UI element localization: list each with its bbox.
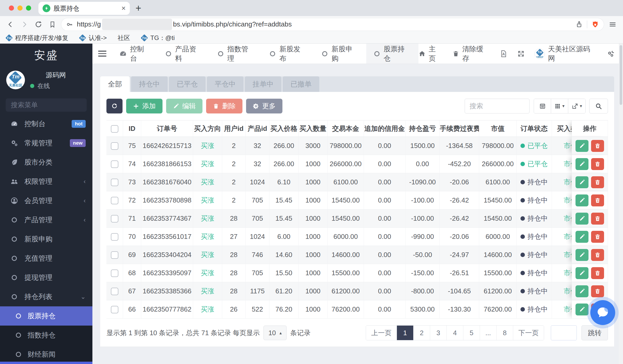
browser-menu-icon[interactable] [607, 19, 618, 30]
row-checkbox[interactable] [111, 251, 118, 259]
sidebar-subitem-指数持仓[interactable]: 指数持仓 [0, 326, 92, 345]
scrollbar-thumb[interactable] [620, 45, 622, 105]
search-button[interactable] [589, 99, 608, 113]
detail-view-button[interactable] [534, 99, 551, 113]
row-checkbox[interactable] [111, 160, 118, 168]
page-size-select[interactable]: 10 ▴ [263, 326, 287, 340]
edit-button[interactable]: 编辑 [166, 99, 202, 113]
status-tab-全部[interactable]: 全部 [100, 76, 130, 92]
maximize-window-button[interactable] [26, 5, 31, 11]
sidebar-search-input[interactable] [11, 101, 92, 109]
sidebar-item-充值管理[interactable]: 充值管理 [0, 249, 92, 268]
nav-tab-产品资料[interactable]: 产品资料 [158, 44, 210, 64]
sidebar-item-持仓列表[interactable]: 持仓列表⌄ [0, 287, 92, 306]
bookmark-item[interactable]: 社区 [118, 34, 130, 42]
nav-tab-控制台[interactable]: 控制台 [112, 44, 158, 64]
columns-dropdown-button[interactable]: ▾ [551, 99, 568, 113]
translate-button[interactable]: A [500, 50, 507, 58]
row-edit-button[interactable] [575, 176, 588, 188]
sidebar-item-股市分类[interactable]: 股市分类 [0, 153, 92, 172]
row-edit-button[interactable] [575, 231, 588, 243]
row-checkbox[interactable] [111, 269, 118, 277]
row-delete-button[interactable] [591, 285, 604, 297]
row-delete-button[interactable] [591, 140, 604, 152]
account-menu[interactable]: Tm天美社区 天美社区源码网 [534, 44, 597, 63]
row-delete-button[interactable] [591, 176, 604, 188]
page-button-1[interactable]: 1 [397, 326, 414, 340]
page-button-3[interactable]: 3 [430, 326, 447, 340]
export-dropdown-button[interactable]: ▾ [568, 99, 585, 113]
row-checkbox[interactable] [111, 215, 118, 223]
status-tab-已撤单[interactable]: 已撤单 [283, 76, 319, 92]
back-icon[interactable] [5, 19, 16, 30]
page-button-上一页[interactable]: 上一页 [366, 326, 397, 340]
reload-icon[interactable] [33, 19, 44, 30]
page-button-4[interactable]: 4 [447, 326, 463, 340]
bookmark-item[interactable]: Tm认准-> [79, 34, 107, 42]
nav-tab-新股申购[interactable]: 新股申购 [314, 44, 366, 64]
status-tab-已平仓[interactable]: 已平仓 [169, 76, 206, 92]
clear-cache-button[interactable]: 清除缓存 [452, 44, 490, 63]
browser-tab[interactable]: 股票持仓 × [38, 2, 130, 15]
tab-close-icon[interactable]: × [121, 5, 126, 12]
row-delete-button[interactable] [591, 249, 604, 261]
share-icon[interactable] [575, 21, 583, 28]
nav-tab-股票持仓[interactable]: 股票持仓 [366, 44, 418, 64]
row-edit-button[interactable] [575, 194, 588, 206]
row-edit-button[interactable] [575, 140, 588, 152]
url-text[interactable]: https://g bs.vip/timibbs.php/chicang?ref… [77, 19, 572, 30]
table-search-input[interactable] [465, 99, 530, 113]
hamburger-menu-icon[interactable] [92, 44, 112, 64]
row-delete-button[interactable] [591, 194, 604, 206]
nav-tab-指数管理[interactable]: 指数管理 [210, 44, 262, 64]
page-button-2[interactable]: 2 [414, 326, 430, 340]
more-button[interactable]: 更多 [246, 99, 282, 113]
sidebar-item-新股申购[interactable]: 新股申购 [0, 230, 92, 249]
row-checkbox[interactable] [111, 233, 118, 241]
row-edit-button[interactable] [575, 285, 588, 297]
sidebar-item-常规管理[interactable]: 常规管理new [0, 133, 92, 153]
row-delete-button[interactable] [591, 213, 604, 225]
jump-page-input[interactable] [551, 325, 577, 340]
close-window-button[interactable] [9, 5, 14, 11]
status-tab-持仓中[interactable]: 持仓中 [131, 76, 168, 92]
row-edit-button[interactable] [575, 158, 588, 170]
bookmark-item[interactable]: Tm程序搭建/开发/修复 [6, 34, 68, 42]
row-delete-button[interactable] [591, 158, 604, 170]
add-button[interactable]: 添加 [126, 99, 162, 113]
home-button[interactable]: 主页 [418, 44, 443, 63]
url-bar[interactable]: https://g bs.vip/timibbs.php/chicang?ref… [61, 18, 604, 31]
jump-button[interactable]: 跳转 [581, 325, 608, 340]
site-permissions-key-icon[interactable] [66, 21, 73, 28]
delete-button[interactable]: 删除 [206, 99, 242, 113]
status-tab-平仓中[interactable]: 平仓中 [207, 76, 243, 92]
bookmark-icon[interactable] [47, 19, 58, 30]
sidebar-subitem-股票持仓[interactable]: 股票持仓 [0, 306, 92, 326]
page-button-5[interactable]: 5 [463, 326, 480, 340]
row-edit-button[interactable] [575, 213, 588, 225]
sidebar-item-会员管理[interactable]: 会员管理‹ [0, 191, 92, 210]
bookmark-item[interactable]: TmTG：@ti [141, 34, 175, 42]
minimize-window-button[interactable] [17, 5, 23, 11]
row-checkbox[interactable] [111, 179, 118, 186]
row-edit-button[interactable] [575, 249, 588, 261]
forward-icon[interactable] [19, 19, 30, 30]
row-checkbox[interactable] [111, 306, 118, 313]
page-button-下一页[interactable]: 下一页 [513, 326, 544, 340]
row-checkbox[interactable] [111, 197, 118, 204]
status-tab-挂单中[interactable]: 挂单中 [245, 76, 281, 92]
row-delete-button[interactable] [591, 267, 604, 279]
select-all-checkbox[interactable] [111, 125, 118, 133]
row-delete-button[interactable] [591, 231, 604, 243]
refresh-button[interactable] [106, 99, 123, 113]
page-scrollbar[interactable] [619, 44, 623, 364]
brave-shield-icon[interactable] [591, 21, 599, 28]
sidebar-subitem-财经新闻[interactable]: 财经新闻 [0, 345, 92, 364]
sidebar-item-产品管理[interactable]: 产品管理‹ [0, 210, 92, 230]
page-button-8[interactable]: 8 [497, 326, 513, 340]
avatar[interactable]: Tm天美社区 [6, 71, 25, 89]
sidebar-item-权限管理[interactable]: 权限管理‹ [0, 172, 92, 191]
chat-widget-button[interactable] [590, 300, 615, 325]
row-edit-button[interactable] [575, 304, 588, 315]
sidebar-item-控制台[interactable]: 控制台hot [0, 114, 92, 133]
